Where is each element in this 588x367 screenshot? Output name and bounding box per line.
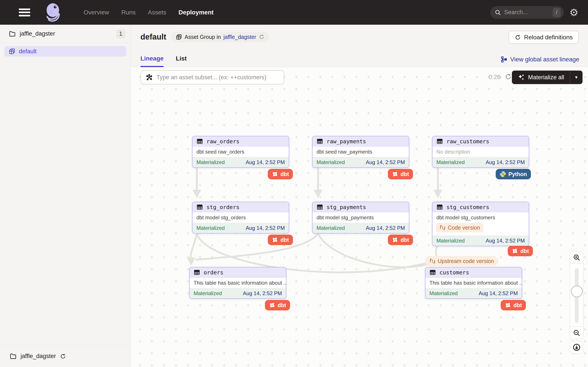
asset-name: raw_payments	[327, 138, 366, 145]
materialized-status: Materialized	[317, 225, 345, 231]
search-bar[interactable]: /	[490, 6, 564, 19]
filter-subset-icon	[146, 74, 153, 81]
upstream-code-version-badge[interactable]: Upstream code version	[425, 256, 498, 266]
sidebar-item-default[interactable]: default	[4, 46, 126, 57]
asset-group-project-link[interactable]: jaffle_dagster	[223, 34, 256, 40]
compute-kind-badge[interactable]: dbt	[268, 169, 293, 179]
dagster-logo[interactable]	[42, 2, 66, 23]
asset-name: stg_payments	[327, 204, 366, 210]
compute-kind-badge[interactable]: dbt	[388, 235, 413, 245]
reload-definitions-button[interactable]: Reload definitions	[509, 31, 579, 44]
zoom-slider[interactable]	[570, 264, 583, 327]
nav-item-runs[interactable]: Runs	[121, 9, 136, 16]
materialized-status: Materialized	[317, 159, 345, 165]
zoom-in-icon	[573, 254, 580, 261]
asset-node[interactable]: stg_customers dbt model stg_customers Co…	[432, 202, 529, 246]
compute-kind-badge[interactable]: dbt	[501, 300, 526, 310]
table-icon	[429, 269, 436, 276]
asset-group-icon	[9, 48, 15, 55]
hamburger-icon[interactable]	[19, 8, 30, 17]
nav-item-overview[interactable]: Overview	[84, 9, 109, 16]
asset-node-header: stg_customers	[432, 202, 529, 212]
compute-kind-badge[interactable]: dbt	[268, 235, 293, 245]
materialized-status: Materialized	[194, 290, 222, 296]
sparkles-icon	[518, 74, 525, 81]
compute-kind-label: dbt	[400, 171, 409, 177]
table-icon	[196, 138, 203, 145]
dbt-icon	[392, 237, 398, 243]
zoom-out-button[interactable]	[570, 327, 583, 339]
tab-lineage[interactable]: Lineage	[140, 55, 164, 67]
refresh-icon[interactable]	[60, 353, 66, 359]
asset-node-header: raw_payments	[313, 136, 409, 147]
zoom-in-button[interactable]	[570, 251, 583, 264]
asset-node[interactable]: raw_payments dbt seed raw_payments Mater…	[312, 136, 409, 168]
asset-node[interactable]: stg_payments dbt model stg_payments Mate…	[312, 202, 409, 234]
asset-status-row: Materialized Aug 14, 2:52 PM	[192, 157, 289, 167]
compute-kind-badge[interactable]: dbt	[508, 246, 533, 256]
refresh-icon[interactable]	[259, 34, 264, 40]
nav-links: Overview Runs Assets Deployment	[84, 9, 214, 16]
asset-name: stg_customers	[447, 204, 489, 210]
materialized-timestamp: Aug 14, 2:52 PM	[366, 225, 405, 231]
asset-group-icon	[176, 34, 182, 40]
sidebar-item-label: default	[19, 48, 36, 55]
lineage-canvas[interactable]: 0:26 Materialize all ▾	[131, 67, 588, 367]
compute-kind-label: Python	[508, 171, 527, 177]
search-shortcut-key: /	[553, 8, 561, 17]
materialized-status: Materialized	[196, 159, 225, 165]
table-icon	[196, 204, 203, 210]
tab-list[interactable]: List	[176, 55, 187, 67]
dbt-icon	[269, 302, 275, 309]
asset-description: dbt model stg_customers	[432, 212, 529, 223]
code-version-badge[interactable]: Code version	[436, 223, 484, 233]
compute-kind-badge[interactable]: dbt	[265, 300, 290, 310]
code-version-icon	[429, 258, 435, 264]
gear-icon[interactable]: ⚙	[569, 8, 578, 17]
dbt-icon	[272, 237, 278, 243]
view-global-asset-lineage-link[interactable]: View global asset lineage	[501, 56, 579, 63]
asset-node[interactable]: stg_orders dbt model stg_orders Material…	[192, 202, 289, 234]
recenter-icon	[572, 343, 581, 351]
asset-group-pill-text: Asset Group in	[185, 34, 221, 40]
materialized-timestamp: Aug 14, 2:52 PM	[486, 238, 525, 244]
nav-item-deployment[interactable]: Deployment	[179, 9, 214, 16]
materialized-timestamp: Aug 14, 2:52 PM	[246, 225, 285, 231]
code-version-icon	[440, 225, 446, 231]
asset-description: dbt seed raw_orders	[192, 147, 289, 157]
asset-subset-filter[interactable]	[141, 70, 284, 84]
nav-item-assets[interactable]: Assets	[148, 9, 166, 16]
materialize-options-caret[interactable]: ▾	[570, 71, 582, 84]
compute-kind-label: dbt	[513, 302, 522, 309]
sidebar-project-label: jaffle_dagster	[20, 30, 55, 37]
table-icon	[317, 204, 323, 210]
asset-node[interactable]: raw_orders dbt seed raw_orders Materiali…	[192, 136, 289, 168]
asset-node[interactable]: orders This table has basic information …	[189, 267, 286, 299]
compute-kind-badge[interactable]: Python	[496, 169, 531, 179]
asset-status-row: Materialized Aug 14, 2:52 PM	[192, 223, 289, 233]
zoom-controls	[570, 251, 583, 353]
materialized-status: Materialized	[429, 290, 458, 296]
asset-description: This table has basic information about .…	[425, 278, 522, 288]
asset-node[interactable]: raw_customers No description Materialize…	[432, 136, 529, 168]
lineage-graph-icon	[501, 56, 507, 63]
materialize-all-button[interactable]: Materialize all ▾	[512, 71, 582, 84]
zoom-slider-thumb[interactable]	[571, 285, 583, 297]
asset-subset-input[interactable]	[156, 74, 279, 81]
python-icon	[500, 171, 506, 177]
refresh-icon[interactable]	[505, 73, 512, 80]
asset-description: This table has basic information about .…	[190, 278, 286, 288]
nav-right: / ⚙	[490, 6, 588, 19]
sidebar-footer: jaffle_dagster	[0, 345, 130, 367]
asset-status-row: Materialized Aug 14, 2:52 PM	[432, 235, 529, 246]
asset-node[interactable]: customers This table has basic informati…	[425, 267, 522, 299]
compute-kind-badge[interactable]: dbt	[388, 169, 413, 179]
search-input[interactable]	[504, 9, 553, 16]
sidebar-project-row[interactable]: jaffle_dagster 1	[0, 25, 130, 43]
page-header: default Asset Group in jaffle_dagster Re…	[131, 25, 588, 67]
recenter-button[interactable]	[570, 341, 583, 353]
asset-name: stg_orders	[207, 204, 240, 210]
sidebar-footer-label: jaffle_dagster	[21, 353, 56, 359]
asset-description: dbt seed raw_payments	[313, 147, 409, 157]
table-icon	[436, 138, 443, 145]
